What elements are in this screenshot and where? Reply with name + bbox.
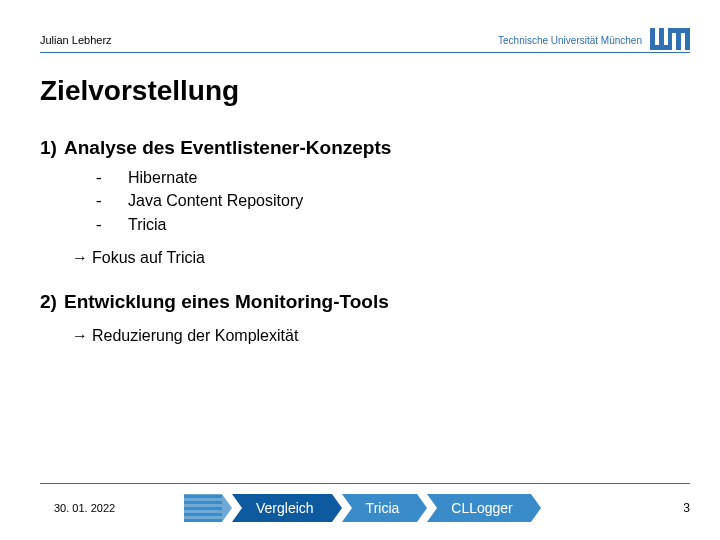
section-2-text: Entwicklung eines Monitoring-Tools: [64, 291, 389, 312]
section-1-heading: 1)Analyse des Eventlistener-Konzepts: [40, 135, 720, 161]
university-name: Technische Universität München: [498, 35, 642, 50]
tab-label: Tricia: [366, 500, 400, 516]
slide-footer: 30. 01. 2022 Vergleich Tricia CLLogger 3: [0, 483, 720, 522]
conclusion-text: Reduzierung der Komplexität: [92, 327, 298, 344]
section-2-number: 2): [40, 289, 64, 315]
breadcrumb: Vergleich Tricia CLLogger: [184, 494, 660, 522]
arrow-right-icon: →: [72, 327, 88, 344]
section-1-number: 1): [40, 135, 64, 161]
section-2-conclusion: →Reduzierung der Komplexität: [72, 325, 720, 347]
page-number: 3: [660, 501, 690, 515]
section-1-text: Analyse des Eventlistener-Konzepts: [64, 137, 391, 158]
header-divider: [40, 52, 690, 53]
university-block: Technische Universität München: [498, 28, 690, 50]
slide-title: Zielvorstellung: [40, 75, 720, 107]
dash-icon: -: [94, 216, 128, 238]
list-item-label: Tricia: [128, 214, 167, 236]
slide-content: 1)Analyse des Eventlistener-Konzepts -Hi…: [40, 135, 720, 346]
breadcrumb-tab-vergleich[interactable]: Vergleich: [232, 494, 332, 522]
list-item-label: Hibernate: [128, 167, 197, 189]
author-name: Julian Lebherz: [40, 34, 112, 50]
conclusion-text: Fokus auf Tricia: [92, 249, 205, 266]
tab-label: Vergleich: [256, 500, 314, 516]
slide-header: Julian Lebherz Technische Universität Mü…: [0, 0, 720, 50]
tab-label: CLLogger: [451, 500, 513, 516]
dash-icon: -: [94, 169, 128, 191]
footer-date: 30. 01. 2022: [54, 502, 184, 514]
section-1-conclusion: →Fokus auf Tricia: [72, 247, 720, 269]
dash-icon: -: [94, 192, 128, 214]
list-item-label: Java Content Repository: [128, 190, 303, 212]
arrow-right-icon: →: [72, 249, 88, 266]
footer-row: 30. 01. 2022 Vergleich Tricia CLLogger 3: [0, 484, 720, 522]
breadcrumb-tab-cllogger[interactable]: CLLogger: [427, 494, 531, 522]
tum-logo-icon: [650, 28, 690, 50]
section-1-sublist: -Hibernate -Java Content Repository -Tri…: [94, 167, 720, 238]
list-item: -Hibernate: [94, 167, 720, 191]
breadcrumb-tab-tricia[interactable]: Tricia: [342, 494, 418, 522]
breadcrumb-stub-icon: [184, 494, 222, 522]
list-item: -Tricia: [94, 214, 720, 238]
section-2-heading: 2)Entwicklung eines Monitoring-Tools: [40, 289, 720, 315]
list-item: -Java Content Repository: [94, 190, 720, 214]
